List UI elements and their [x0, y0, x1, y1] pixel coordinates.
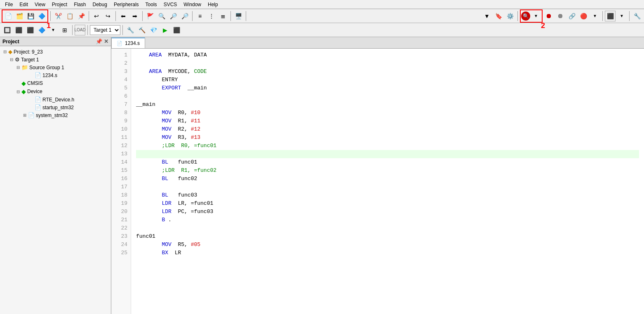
expander-project[interactable]: ⊟: [2, 49, 8, 54]
sep1: [50, 11, 51, 21]
line-number-24: 24: [115, 241, 127, 249]
tab-1234[interactable]: 📄 1234.s: [111, 37, 145, 48]
paste-button[interactable]: 📌: [76, 11, 87, 21]
find3-button[interactable]: 🔎: [179, 11, 190, 21]
wrench-button[interactable]: 🔧: [632, 11, 642, 21]
dropdown-button[interactable]: ▼: [482, 11, 492, 21]
windows-arrow[interactable]: ▼: [616, 11, 627, 21]
nav-forward-button[interactable]: ➡: [129, 11, 140, 21]
line-number-11: 11: [115, 134, 127, 142]
indent2-button[interactable]: ⋮: [206, 11, 217, 21]
layer-btn[interactable]: 🔷: [36, 25, 47, 35]
code-line-9: MOV R1, #11: [136, 117, 639, 125]
nav-back-button[interactable]: ⬅: [118, 11, 129, 21]
save-button[interactable]: 💾: [25, 11, 36, 21]
link-button[interactable]: 🔗: [566, 11, 577, 21]
undo-button[interactable]: ↩: [91, 11, 102, 21]
menu-edit[interactable]: Edit: [16, 1, 31, 8]
indent3-button[interactable]: ≣: [218, 11, 228, 21]
menu-peripherals[interactable]: Peripherals: [110, 1, 142, 8]
project-panel: Project 📌 ✕ ⊟ ◆ Project: 9_23 ⊟ ⚙ Target…: [0, 37, 111, 314]
code-line-3: AREA MYCODE, CODE: [136, 68, 639, 76]
menu-flash[interactable]: Flash: [71, 1, 89, 8]
sep4: [142, 11, 143, 21]
tree-system[interactable]: ⊞ 📄 system_stm32: [0, 111, 111, 119]
windows-button[interactable]: ⬛: [605, 11, 616, 21]
target-icon-3[interactable]: ⬛: [25, 25, 35, 35]
clean-btn[interactable]: 💎: [148, 25, 159, 35]
find-button[interactable]: 🔍: [156, 11, 167, 21]
tree-rte-device[interactable]: 📄 RTE_Device.h: [0, 96, 111, 103]
menu-file[interactable]: File: [2, 1, 16, 8]
close-panel-icon[interactable]: ✕: [104, 38, 108, 45]
build-settings-btn[interactable]: 🔧: [125, 25, 136, 35]
expander-target[interactable]: ⊟: [8, 57, 15, 62]
tree-target1[interactable]: ⊟ ⚙ Target 1: [0, 56, 111, 63]
tree-device[interactable]: ⊟ ◆ Device: [0, 87, 111, 96]
pin-icon[interactable]: 📌: [96, 38, 102, 45]
expander-system[interactable]: ⊞: [21, 113, 28, 117]
tree-project-root[interactable]: ⊟ ◆ Project: 9_23: [0, 48, 111, 56]
load-btn[interactable]: LOAD: [75, 25, 85, 35]
main-layout: Project 📌 ✕ ⊟ ◆ Project: 9_23 ⊟ ⚙ Target…: [0, 37, 644, 314]
bookmark-button[interactable]: 🚩: [145, 11, 155, 21]
expander-device[interactable]: ⊟: [15, 89, 21, 94]
toolbar-main: 📄 🗂️ 💾 🔷 1 ✂️ 📋 📌 ↩ ↪ ⬅ ➡ 🚩 🔍 🔎 🔎 ≡ ⋮ ≣ …: [0, 9, 644, 23]
tree-file-1234[interactable]: 📄 1234.s: [0, 71, 111, 79]
new-project-button[interactable]: 📄: [3, 11, 14, 21]
code-line-15: ;LDR R1, =func02: [136, 166, 639, 175]
menu-project[interactable]: Project: [49, 1, 71, 8]
sep10: [629, 11, 630, 21]
stop2-btn[interactable]: ⬛: [171, 25, 182, 35]
menu-view[interactable]: View: [31, 1, 49, 8]
cut-button[interactable]: ✂️: [53, 11, 63, 21]
code-line-1: AREA MYDATA, DATA: [136, 51, 639, 59]
build-btn[interactable]: 🔨: [136, 25, 147, 35]
line-number-20: 20: [115, 208, 127, 216]
code-line-23: func01: [136, 232, 639, 241]
tree-source-group[interactable]: ⊟ 📁 Source Group 1: [0, 63, 111, 71]
tree-startup[interactable]: 📄 startup_stm32: [0, 103, 111, 111]
menu-window[interactable]: Window: [180, 1, 204, 8]
copy2-button[interactable]: 🔖: [493, 11, 504, 21]
line-number-22: 22: [115, 224, 127, 232]
line-number-8: 8: [115, 109, 127, 117]
redo-button[interactable]: ↪: [103, 11, 113, 21]
line-number-9: 9: [115, 117, 127, 125]
circle-button[interactable]: ⏺: [555, 11, 566, 21]
settings-button[interactable]: ⚙️: [505, 11, 515, 21]
project-label: Project: 9_23: [14, 49, 43, 55]
target-dropdown[interactable]: Target 1: [90, 25, 120, 35]
panel-header-icons: 📌 ✕: [96, 38, 108, 45]
search-debug-button[interactable]: 🔍: [521, 12, 530, 21]
target-icon-1[interactable]: 🔲: [2, 25, 12, 35]
sep13: [122, 25, 123, 35]
run-btn[interactable]: ▶: [160, 25, 170, 35]
find2-button[interactable]: 🔎: [168, 11, 179, 21]
code-lines[interactable]: AREA MYDATA, DATA AREA MYCODE, CODE ENTR…: [131, 49, 644, 314]
open-project-button[interactable]: 🗂️: [14, 11, 25, 21]
line-number-10: 10: [115, 125, 127, 134]
grid-btn[interactable]: ⊞: [59, 25, 70, 35]
line-number-23: 23: [115, 232, 127, 241]
arrow-debug-button[interactable]: ▼: [531, 11, 541, 21]
stop-button[interactable]: ⏺: [543, 11, 554, 21]
line-number-1: 1: [115, 51, 127, 59]
line-number-4: 4: [115, 76, 127, 84]
more-debug2[interactable]: ▼: [590, 11, 600, 21]
expander-source-group[interactable]: ⊟: [15, 65, 21, 70]
menu-svcs[interactable]: SVCS: [160, 1, 181, 8]
code-line-20: LDR PC, =func03: [136, 208, 639, 216]
menu-debug[interactable]: Debug: [89, 1, 110, 8]
code-line-4: ENTRY: [136, 76, 639, 84]
save-all-button[interactable]: 🔷: [36, 11, 47, 21]
more-debug[interactable]: 🔴: [578, 11, 589, 21]
tab-file-icon: 📄: [117, 41, 122, 46]
indent-button[interactable]: ≡: [195, 11, 205, 21]
copy-button[interactable]: 📋: [64, 11, 75, 21]
target-icon-2[interactable]: ⬛: [13, 25, 24, 35]
menu-tools[interactable]: Tools: [142, 1, 160, 8]
view-button[interactable]: 🖥️: [233, 11, 244, 21]
menu-help[interactable]: Help: [204, 1, 221, 8]
tree-cmsis[interactable]: ◆ CMSIS: [0, 79, 111, 87]
